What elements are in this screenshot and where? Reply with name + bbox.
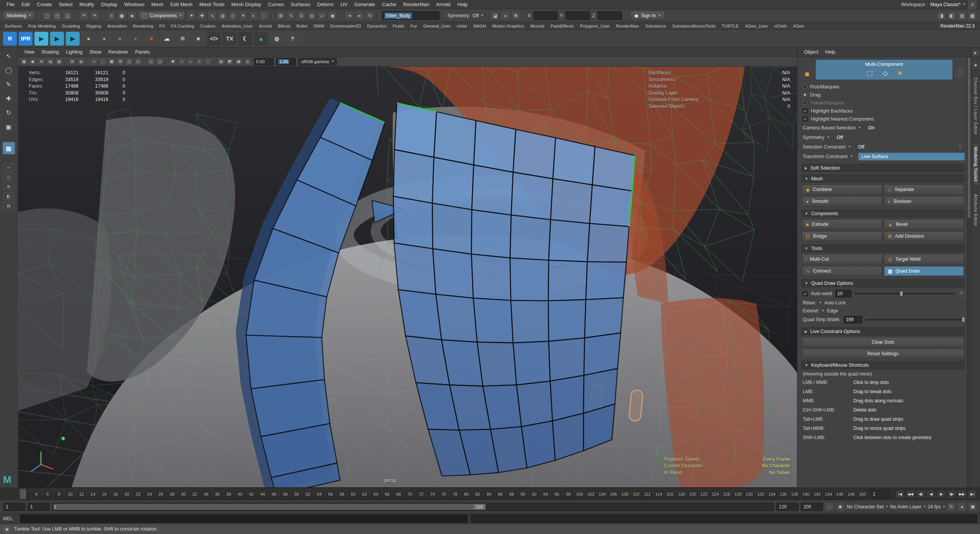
- shelf-tab-mash[interactable]: MASH: [470, 24, 489, 28]
- shelf-tab-fx-caching[interactable]: FX Caching: [168, 24, 197, 28]
- graph-icon[interactable]: ▲: [254, 32, 268, 46]
- connect-button[interactable]: ∿Connect: [802, 266, 882, 276]
- step-back-key-button[interactable]: ◀◀: [906, 490, 915, 498]
- mask-handles-icon[interactable]: ✦: [187, 11, 196, 20]
- frame-68[interactable]: 68: [393, 488, 404, 500]
- frame-44[interactable]: 44: [257, 488, 268, 500]
- menu-renderman[interactable]: RenderMan: [400, 1, 433, 8]
- shelf-tab-bifrost[interactable]: Bifrost: [275, 24, 294, 28]
- render-settings-icon[interactable]: ✻: [511, 11, 520, 20]
- mask-rendering-icon[interactable]: ◐: [249, 11, 258, 20]
- shelf-tab-xgen-user[interactable]: XGen_User: [742, 24, 771, 28]
- frame-128[interactable]: 128: [732, 488, 743, 500]
- character-set-selector[interactable]: No Character Set ▾: [847, 504, 888, 510]
- frame-136[interactable]: 136: [777, 488, 789, 500]
- clear-dots-button[interactable]: Clear Dots: [802, 337, 964, 347]
- attribute-editor-toggle-icon[interactable]: ◨: [937, 11, 946, 20]
- exposure-field[interactable]: 0.00: [254, 58, 274, 65]
- section-tools[interactable]: ▼Tools: [801, 244, 965, 252]
- 2d-pan-zoom-icon[interactable]: ⊕: [68, 58, 76, 65]
- frame-132[interactable]: 132: [755, 488, 766, 500]
- help-icon[interactable]: ?: [958, 290, 965, 297]
- shelf-tab-bullet[interactable]: Bullet: [293, 24, 310, 28]
- layout-hypershade-persp[interactable]: ▤: [3, 202, 14, 209]
- select-tool-icon[interactable]: ↖: [3, 50, 15, 62]
- time-slider-ruler[interactable]: 2468101214161820222426283032343638404244…: [19, 488, 868, 500]
- frame-all-icon[interactable]: ◱: [147, 58, 155, 65]
- bridge-button[interactable]: ∏Bridge: [802, 231, 882, 241]
- panel-menu-panels[interactable]: Panels: [132, 49, 153, 56]
- boolean-button[interactable]: ◐Boolean: [884, 196, 964, 206]
- auto-weld-slider[interactable]: [854, 293, 955, 294]
- bookmarks-icon[interactable]: ▤: [46, 58, 54, 65]
- extrude-button[interactable]: ■Extrude: [802, 219, 882, 229]
- tool-settings-toggle-icon[interactable]: ◧: [947, 11, 956, 20]
- z-input[interactable]: [598, 11, 622, 20]
- frame-94[interactable]: 94: [540, 488, 551, 500]
- quad-draw-button[interactable]: ▦Quad Draw: [884, 266, 964, 276]
- shelf-tab-custom[interactable]: Custom: [197, 24, 219, 28]
- command-language-toggle[interactable]: MEL: [3, 516, 17, 521]
- frame-112[interactable]: 112: [642, 488, 653, 500]
- frame-72[interactable]: 72: [415, 488, 427, 500]
- menu-select[interactable]: Select: [55, 1, 76, 8]
- menu-set-selector[interactable]: Modeling ▾: [3, 11, 34, 20]
- step-forward-frame-button[interactable]: |▶: [947, 490, 956, 498]
- scale-tool-icon[interactable]: ▣: [3, 121, 15, 133]
- range-end-handle[interactable]: 120: [474, 504, 485, 510]
- frame-102[interactable]: 102: [585, 488, 596, 500]
- layout-persp-outliner[interactable]: ◧: [3, 192, 14, 200]
- set-key-icon[interactable]: ◆: [836, 503, 844, 511]
- frame-36[interactable]: 36: [212, 488, 223, 500]
- smooth-button[interactable]: ●Smooth: [802, 196, 882, 206]
- section-mesh[interactable]: ▼Mesh: [801, 175, 965, 183]
- frame-40[interactable]: 40: [234, 488, 246, 500]
- frame-60[interactable]: 60: [347, 488, 359, 500]
- radio-row-pick-marquee[interactable]: Pick/Marquee: [801, 83, 965, 91]
- go-to-start-button[interactable]: |◀: [895, 490, 905, 498]
- radio-row-tweak-marquee[interactable]: Tweak/Marquee: [801, 99, 965, 107]
- gamma-field[interactable]: 1.00: [276, 58, 296, 65]
- auto-weld-input[interactable]: 10: [835, 290, 851, 297]
- camera-lock-icon[interactable]: ◉: [29, 58, 37, 65]
- camera-attrs-icon[interactable]: ≣: [38, 58, 46, 65]
- animation-start-field[interactable]: 1: [3, 503, 25, 511]
- sidebar-tab-attribute-editor[interactable]: Attribute Editor: [973, 191, 978, 229]
- sidebar-tab-channel-box-layer-editor[interactable]: Channel Box / Layer Editor: [973, 74, 978, 138]
- gate-mask-icon[interactable]: ▩: [108, 58, 116, 65]
- frame-32[interactable]: 32: [189, 488, 200, 500]
- menu-generate[interactable]: Generate: [351, 1, 379, 8]
- animation-prefs-icon[interactable]: ▣: [969, 503, 977, 511]
- menu-mesh-display[interactable]: Mesh Display: [228, 1, 265, 8]
- frame-64[interactable]: 64: [370, 488, 381, 500]
- frame-26[interactable]: 26: [155, 488, 167, 500]
- shelf-tab-rendering[interactable]: Rendering: [130, 24, 156, 28]
- viewport-3d-scene[interactable]: [18, 67, 797, 487]
- shelf-tab-fur[interactable]: Fur: [407, 24, 420, 28]
- gear-ball-icon[interactable]: ✱: [176, 32, 189, 46]
- frame-114[interactable]: 114: [653, 488, 665, 500]
- go-to-end-button[interactable]: ▶|: [968, 490, 977, 498]
- frame-84[interactable]: 84: [483, 488, 495, 500]
- menu-deform[interactable]: Deform: [314, 1, 337, 8]
- shelf-tab-substancebonustools[interactable]: SubstanceBonusTools: [669, 24, 719, 28]
- relax-row[interactable]: Relax: ▾ Auto-Lock: [801, 299, 965, 307]
- quad-draw-options-section[interactable]: ▼ Quad Draw Options: [801, 279, 965, 287]
- shelf-tab-fx[interactable]: FX: [156, 24, 168, 28]
- toolkit-scrollbar[interactable]: [967, 57, 971, 488]
- workspace-selector[interactable]: Workspace : Maya Classic* ▾ ≡: [901, 0, 977, 9]
- frame-144[interactable]: 144: [823, 488, 834, 500]
- wireframe-on-shaded-icon[interactable]: ◩: [226, 58, 234, 65]
- multi-component-block[interactable]: Multi-Component ⬚ ◇ ■: [816, 60, 952, 80]
- modeling-toolkit-toggle-icon[interactable]: ▦: [968, 11, 977, 20]
- view-transform-selector[interactable]: sRGB gamma ▾: [298, 58, 337, 65]
- frame-28[interactable]: 28: [166, 488, 178, 500]
- y-input[interactable]: [565, 11, 590, 20]
- quad-strip-width-slider[interactable]: [865, 319, 965, 320]
- mask-deformers-icon[interactable]: ◇: [228, 11, 237, 20]
- image-plane-icon[interactable]: ▧: [55, 58, 63, 65]
- frame-146[interactable]: 146: [834, 488, 846, 500]
- bevel-button[interactable]: ▲Bevel: [884, 219, 964, 229]
- frame-124[interactable]: 124: [709, 488, 721, 500]
- render-view-icon[interactable]: ◪: [490, 11, 500, 20]
